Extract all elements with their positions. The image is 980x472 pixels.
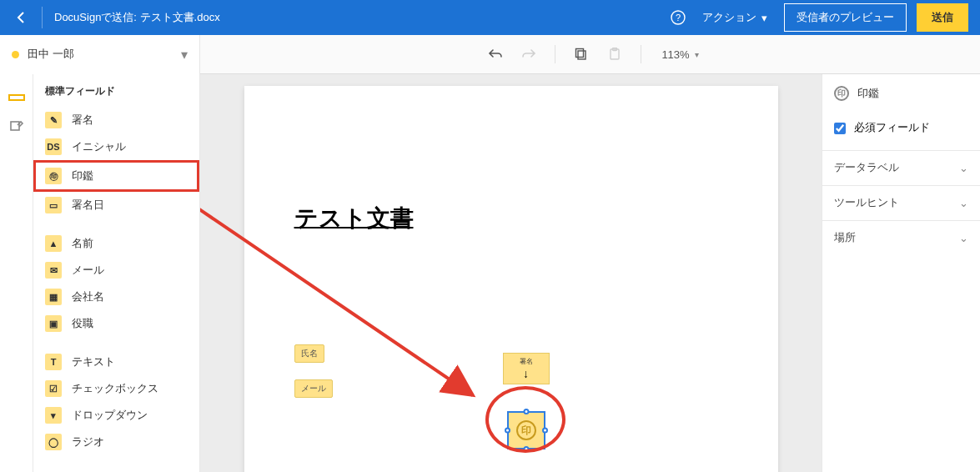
- mail-icon: ✉: [45, 262, 62, 279]
- recipient-preview-button[interactable]: 受信者のプレビュー: [784, 3, 907, 32]
- name-icon: ▲: [45, 235, 62, 252]
- zoom-dropdown[interactable]: 113% ▾: [661, 48, 698, 61]
- document-heading: テスト文書: [294, 203, 728, 234]
- document-title: DocuSignで送信: テスト文書.docx: [54, 10, 220, 25]
- field-item-radio[interactable]: ◯ラジオ: [33, 429, 199, 455]
- field-item-text[interactable]: Tテキスト: [33, 349, 199, 375]
- redo-button[interactable]: [515, 40, 543, 68]
- field-item-label: 署名: [72, 113, 93, 128]
- placed-stamp-field[interactable]: 印: [507, 411, 545, 449]
- caret-down-icon: ▾: [761, 12, 767, 24]
- fields-icon: [8, 92, 25, 103]
- field-item-label: 名前: [72, 237, 93, 251]
- field-item-name[interactable]: ▲名前: [33, 230, 199, 257]
- fields-panel: 標準フィールド ✎署名DSイニシャル㊞印鑑▭署名日 ▲名前✉メール▦会社名▣役職…: [33, 74, 200, 472]
- properties-section[interactable]: データラベル⌄: [822, 150, 980, 185]
- main-area: 標準フィールド ✎署名DSイニシャル㊞印鑑▭署名日 ▲名前✉メール▦会社名▣役職…: [0, 74, 980, 472]
- required-field-checkbox-row[interactable]: 必須フィールド: [822, 113, 980, 150]
- svg-rect-6: [9, 95, 24, 100]
- properties-panel: 印 印鑑 必須フィールド データラベル⌄ツールヒント⌄場所⌄: [822, 74, 980, 472]
- left-rail: [0, 74, 33, 472]
- chevron-down-icon: ⌄: [959, 162, 968, 174]
- required-field-checkbox[interactable]: [834, 123, 846, 134]
- stamp-seal-icon: 印: [516, 420, 536, 440]
- field-item-company[interactable]: ▦会社名: [33, 284, 199, 310]
- help-icon: ?: [671, 10, 686, 25]
- second-bar: 田中 一郎 ▾ 113% ▾: [0, 35, 980, 74]
- properties-section-label: ツールヒント: [834, 196, 899, 210]
- field-item-title[interactable]: ▣役職: [33, 310, 199, 337]
- back-button[interactable]: [12, 12, 30, 23]
- copy-button[interactable]: [567, 40, 596, 68]
- field-item-stamp[interactable]: ㊞印鑑: [33, 160, 199, 192]
- properties-section[interactable]: ツールヒント⌄: [822, 185, 980, 220]
- caret-down-icon: ▾: [181, 47, 188, 63]
- field-item-date[interactable]: ▭署名日: [33, 192, 199, 218]
- field-item-label: 署名日: [72, 198, 104, 213]
- placed-signature-field[interactable]: 署名 ↓: [503, 353, 550, 384]
- field-item-pen[interactable]: ✎署名: [33, 107, 199, 133]
- initials-icon: DS: [45, 138, 62, 155]
- paste-icon: [608, 48, 621, 61]
- document-canvas[interactable]: テスト文書 氏名 メール 署名 ↓ 印: [200, 74, 822, 472]
- properties-section-label: データラベル: [834, 161, 899, 175]
- field-item-label: 印鑑: [72, 169, 93, 183]
- recipient-color-dot: [12, 51, 19, 58]
- field-item-checkbox[interactable]: ☑チェックボックス: [33, 375, 199, 402]
- separator: [555, 45, 555, 63]
- field-item-initials[interactable]: DSイニシャル: [33, 133, 199, 160]
- document-page[interactable]: テスト文書 氏名 メール 署名 ↓ 印: [244, 86, 778, 472]
- separator: [42, 7, 43, 28]
- fields-section-title: 標準フィールド: [33, 74, 199, 107]
- field-item-label: チェックボックス: [72, 382, 158, 396]
- title-icon: ▣: [45, 315, 62, 332]
- resize-handle-bottom[interactable]: [523, 446, 529, 452]
- dropdown-icon: ▾: [45, 407, 62, 424]
- download-arrow-icon: ↓: [523, 367, 529, 380]
- text-icon: T: [45, 354, 62, 370]
- custom-fields-icon: [9, 120, 24, 135]
- placed-name-tag[interactable]: 氏名: [294, 344, 324, 363]
- document-toolbar: 113% ▾: [200, 40, 980, 68]
- copy-icon: [575, 48, 588, 61]
- field-item-label: ラジオ: [72, 435, 104, 449]
- resize-handle-top[interactable]: [523, 409, 529, 414]
- recipient-selector[interactable]: 田中 一郎 ▾: [0, 35, 200, 74]
- field-item-mail[interactable]: ✉メール: [33, 257, 199, 284]
- resize-handle-right[interactable]: [542, 428, 548, 434]
- undo-icon: [488, 47, 503, 62]
- top-bar: DocuSignで送信: テスト文書.docx ? アクション ▾ 受信者のプレ…: [0, 0, 980, 35]
- rail-custom-tab[interactable]: [0, 113, 33, 143]
- company-icon: ▦: [45, 289, 62, 305]
- svg-rect-2: [578, 51, 585, 59]
- properties-title: 印鑑: [857, 86, 879, 101]
- svg-rect-3: [576, 49, 584, 58]
- signature-label: 署名: [520, 357, 533, 366]
- actions-dropdown[interactable]: アクション ▾: [702, 10, 767, 25]
- field-item-dropdown[interactable]: ▾ドロップダウン: [33, 402, 199, 429]
- chevron-down-icon: ⌄: [959, 232, 968, 244]
- properties-section-label: 場所: [834, 231, 856, 245]
- properties-title-row: 印 印鑑: [822, 74, 980, 113]
- properties-section[interactable]: 場所⌄: [822, 220, 980, 255]
- placed-mail-tag[interactable]: メール: [294, 379, 333, 398]
- recipient-name: 田中 一郎: [28, 47, 181, 62]
- undo-button[interactable]: [481, 40, 510, 68]
- field-item-label: メール: [72, 264, 104, 278]
- chevron-down-icon: ⌄: [959, 197, 968, 209]
- resize-handle-left[interactable]: [505, 428, 510, 434]
- actions-label: アクション: [702, 10, 756, 25]
- redo-icon: [521, 47, 536, 62]
- field-item-label: テキスト: [72, 355, 115, 369]
- chevron-left-icon: [17, 12, 25, 23]
- paste-button[interactable]: [601, 40, 629, 68]
- stamp-icon: 印: [834, 86, 849, 101]
- required-field-label: 必須フィールド: [854, 121, 930, 135]
- help-button[interactable]: ?: [669, 10, 687, 25]
- send-button[interactable]: 送信: [917, 3, 968, 32]
- rail-fields-tab[interactable]: [0, 83, 33, 113]
- zoom-value: 113%: [661, 48, 689, 61]
- checkbox-icon: ☑: [45, 380, 62, 397]
- date-icon: ▭: [45, 197, 62, 213]
- stamp-icon: ㊞: [45, 168, 62, 184]
